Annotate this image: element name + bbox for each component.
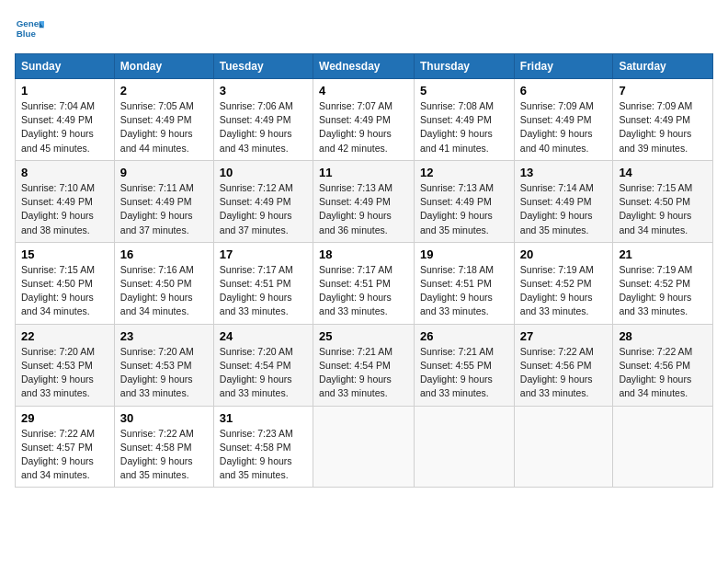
calendar-cell: 16 Sunrise: 7:16 AMSunset: 4:50 PMDaylig… xyxy=(114,242,213,324)
logo-icon: General Blue xyxy=(15,15,44,44)
day-number: 19 xyxy=(420,247,508,261)
day-number: 23 xyxy=(120,329,208,343)
day-number: 13 xyxy=(520,166,608,179)
calendar-cell xyxy=(613,406,713,488)
calendar-cell: 28 Sunrise: 7:22 AMSunset: 4:56 PMDaylig… xyxy=(613,324,713,406)
day-info: Sunrise: 7:18 AMSunset: 4:51 PMDaylight:… xyxy=(420,264,494,317)
logo: General Blue xyxy=(15,15,44,44)
day-info: Sunrise: 7:04 AMSunset: 4:49 PMDaylight:… xyxy=(21,100,95,154)
calendar-week: 1 Sunrise: 7:04 AMSunset: 4:49 PMDayligh… xyxy=(16,79,713,161)
calendar-cell: 2 Sunrise: 7:05 AMSunset: 4:49 PMDayligh… xyxy=(114,79,213,161)
day-number: 29 xyxy=(21,411,108,425)
calendar-cell: 30 Sunrise: 7:22 AMSunset: 4:58 PMDaylig… xyxy=(114,406,213,488)
calendar-cell: 25 Sunrise: 7:21 AMSunset: 4:54 PMDaylig… xyxy=(313,324,415,406)
calendar-cell: 22 Sunrise: 7:20 AMSunset: 4:53 PMDaylig… xyxy=(16,324,115,406)
day-info: Sunrise: 7:20 AMSunset: 4:54 PMDaylight:… xyxy=(220,346,293,399)
day-number: 30 xyxy=(120,411,208,425)
day-info: Sunrise: 7:19 AMSunset: 4:52 PMDaylight:… xyxy=(619,264,692,317)
day-number: 20 xyxy=(520,247,608,261)
day-number: 10 xyxy=(220,166,307,179)
calendar-week: 8 Sunrise: 7:10 AMSunset: 4:49 PMDayligh… xyxy=(16,160,713,242)
calendar-cell: 19 Sunrise: 7:18 AMSunset: 4:51 PMDaylig… xyxy=(415,242,515,324)
calendar-cell: 13 Sunrise: 7:14 AMSunset: 4:49 PMDaylig… xyxy=(514,160,613,242)
day-number: 31 xyxy=(220,411,307,425)
day-info: Sunrise: 7:22 AMSunset: 4:57 PMDaylight:… xyxy=(21,428,95,481)
day-info: Sunrise: 7:15 AMSunset: 4:50 PMDaylight:… xyxy=(21,264,95,317)
calendar-header: SundayMondayTuesdayWednesdayThursdayFrid… xyxy=(16,54,713,79)
calendar-cell: 9 Sunrise: 7:11 AMSunset: 4:49 PMDayligh… xyxy=(114,160,213,242)
day-info: Sunrise: 7:11 AMSunset: 4:49 PMDaylight:… xyxy=(120,182,194,236)
day-number: 17 xyxy=(220,247,307,261)
calendar-cell: 10 Sunrise: 7:12 AMSunset: 4:49 PMDaylig… xyxy=(213,160,313,242)
svg-text:Blue: Blue xyxy=(17,29,37,39)
day-info: Sunrise: 7:13 AMSunset: 4:49 PMDaylight:… xyxy=(319,182,392,236)
calendar-cell: 27 Sunrise: 7:22 AMSunset: 4:56 PMDaylig… xyxy=(514,324,613,406)
calendar-cell: 17 Sunrise: 7:17 AMSunset: 4:51 PMDaylig… xyxy=(213,242,313,324)
calendar-cell: 15 Sunrise: 7:15 AMSunset: 4:50 PMDaylig… xyxy=(16,242,115,324)
calendar-cell: 18 Sunrise: 7:17 AMSunset: 4:51 PMDaylig… xyxy=(313,242,415,324)
day-number: 22 xyxy=(21,329,108,343)
day-info: Sunrise: 7:22 AMSunset: 4:58 PMDaylight:… xyxy=(120,428,194,481)
day-number: 12 xyxy=(420,166,508,179)
day-info: Sunrise: 7:22 AMSunset: 4:56 PMDaylight:… xyxy=(619,346,692,399)
weekday-header: Friday xyxy=(514,54,613,79)
day-info: Sunrise: 7:08 AMSunset: 4:49 PMDaylight:… xyxy=(420,100,494,154)
calendar-cell xyxy=(514,406,613,488)
day-number: 16 xyxy=(120,247,208,261)
weekday-header: Saturday xyxy=(613,54,713,79)
calendar-cell: 31 Sunrise: 7:23 AMSunset: 4:58 PMDaylig… xyxy=(213,406,313,488)
day-number: 18 xyxy=(319,247,408,261)
calendar-cell: 21 Sunrise: 7:19 AMSunset: 4:52 PMDaylig… xyxy=(613,242,713,324)
day-number: 7 xyxy=(619,84,707,98)
day-info: Sunrise: 7:20 AMSunset: 4:53 PMDaylight:… xyxy=(120,346,194,399)
calendar-week: 22 Sunrise: 7:20 AMSunset: 4:53 PMDaylig… xyxy=(16,324,713,406)
day-number: 11 xyxy=(319,166,408,179)
day-info: Sunrise: 7:09 AMSunset: 4:49 PMDaylight:… xyxy=(619,100,692,154)
calendar-cell: 3 Sunrise: 7:06 AMSunset: 4:49 PMDayligh… xyxy=(213,79,313,161)
weekday-header: Monday xyxy=(114,54,213,79)
calendar-cell xyxy=(415,406,515,488)
calendar-cell: 14 Sunrise: 7:15 AMSunset: 4:50 PMDaylig… xyxy=(613,160,713,242)
calendar-cell: 4 Sunrise: 7:07 AMSunset: 4:49 PMDayligh… xyxy=(313,79,415,161)
day-info: Sunrise: 7:19 AMSunset: 4:52 PMDaylight:… xyxy=(520,264,594,317)
day-info: Sunrise: 7:23 AMSunset: 4:58 PMDaylight:… xyxy=(220,428,293,481)
day-number: 21 xyxy=(619,247,707,261)
day-info: Sunrise: 7:06 AMSunset: 4:49 PMDaylight:… xyxy=(220,100,293,154)
day-info: Sunrise: 7:13 AMSunset: 4:49 PMDaylight:… xyxy=(420,182,494,236)
weekday-header: Thursday xyxy=(415,54,515,79)
calendar-cell xyxy=(313,406,415,488)
day-info: Sunrise: 7:10 AMSunset: 4:49 PMDaylight:… xyxy=(21,182,95,236)
day-info: Sunrise: 7:14 AMSunset: 4:49 PMDaylight:… xyxy=(520,182,594,236)
calendar-week: 15 Sunrise: 7:15 AMSunset: 4:50 PMDaylig… xyxy=(16,242,713,324)
calendar-table: SundayMondayTuesdayWednesdayThursdayFrid… xyxy=(15,53,713,488)
day-info: Sunrise: 7:17 AMSunset: 4:51 PMDaylight:… xyxy=(220,264,293,317)
day-number: 2 xyxy=(120,84,208,98)
day-info: Sunrise: 7:12 AMSunset: 4:49 PMDaylight:… xyxy=(220,182,293,236)
day-number: 15 xyxy=(21,247,108,261)
day-number: 5 xyxy=(420,84,508,98)
calendar-cell: 12 Sunrise: 7:13 AMSunset: 4:49 PMDaylig… xyxy=(415,160,515,242)
day-info: Sunrise: 7:09 AMSunset: 4:49 PMDaylight:… xyxy=(520,100,594,154)
calendar-cell: 11 Sunrise: 7:13 AMSunset: 4:49 PMDaylig… xyxy=(313,160,415,242)
day-number: 8 xyxy=(21,166,108,179)
day-number: 27 xyxy=(520,329,608,343)
calendar-cell: 29 Sunrise: 7:22 AMSunset: 4:57 PMDaylig… xyxy=(16,406,115,488)
day-number: 28 xyxy=(619,329,707,343)
calendar-cell: 26 Sunrise: 7:21 AMSunset: 4:55 PMDaylig… xyxy=(415,324,515,406)
calendar-cell: 23 Sunrise: 7:20 AMSunset: 4:53 PMDaylig… xyxy=(114,324,213,406)
weekday-header: Tuesday xyxy=(213,54,313,79)
day-number: 1 xyxy=(21,84,108,98)
calendar-cell: 5 Sunrise: 7:08 AMSunset: 4:49 PMDayligh… xyxy=(415,79,515,161)
day-info: Sunrise: 7:21 AMSunset: 4:55 PMDaylight:… xyxy=(420,346,494,399)
day-number: 9 xyxy=(120,166,208,179)
day-number: 14 xyxy=(619,166,707,179)
day-number: 24 xyxy=(220,329,307,343)
calendar-cell: 8 Sunrise: 7:10 AMSunset: 4:49 PMDayligh… xyxy=(16,160,115,242)
calendar-cell: 1 Sunrise: 7:04 AMSunset: 4:49 PMDayligh… xyxy=(16,79,115,161)
calendar-cell: 6 Sunrise: 7:09 AMSunset: 4:49 PMDayligh… xyxy=(514,79,613,161)
weekday-header: Wednesday xyxy=(313,54,415,79)
calendar-cell: 7 Sunrise: 7:09 AMSunset: 4:49 PMDayligh… xyxy=(613,79,713,161)
day-info: Sunrise: 7:17 AMSunset: 4:51 PMDaylight:… xyxy=(319,264,392,317)
calendar-week: 29 Sunrise: 7:22 AMSunset: 4:57 PMDaylig… xyxy=(16,406,713,488)
day-number: 6 xyxy=(520,84,608,98)
